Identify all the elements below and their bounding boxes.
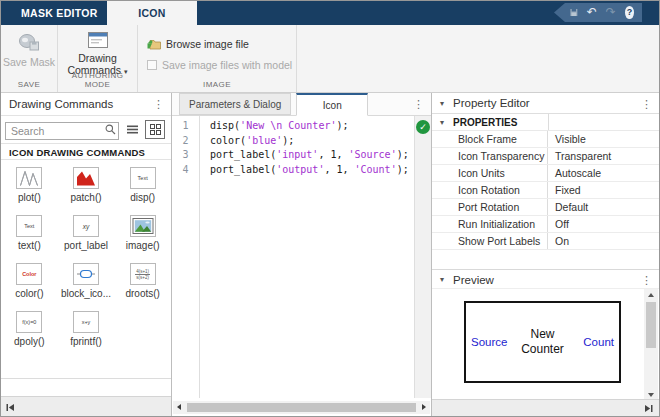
property-value[interactable]: Transparent <box>548 148 659 164</box>
scroll-skip-end-icon[interactable] <box>644 404 653 413</box>
preview-menu-icon[interactable]: ⋮ <box>641 270 652 290</box>
drawing-commands-hscrollbar[interactable] <box>1 396 171 416</box>
property-value[interactable]: Off <box>548 216 659 232</box>
fprintf-icon: x+y <box>73 311 99 333</box>
property-value[interactable]: Autoscale <box>548 165 659 181</box>
line-number: 1 <box>172 119 199 134</box>
property-value[interactable]: On <box>548 233 659 249</box>
drawing-commands-panel: Drawing Commands ⋮ <box>1 93 172 416</box>
hscroll-thumb[interactable] <box>187 403 416 412</box>
property-value[interactable]: Fixed <box>548 182 659 198</box>
editor-tab-bar: Parameters & Dialog Icon ⋮ <box>172 93 431 116</box>
preview-header: ▾ Preview ⋮ <box>432 269 659 289</box>
command-dpoly[interactable]: f(x)=0 dpoly() <box>1 311 58 359</box>
scroll-right-arrow-icon[interactable] <box>422 404 426 410</box>
property-name: Icon Rotation <box>432 182 548 198</box>
property-name: Icon Units <box>432 165 548 181</box>
code-area[interactable]: disp('New \n Counter'); color('blue'); p… <box>200 116 414 398</box>
ribbon-toolbar: Save Mask SAVE Drawing Commands ▾ AUTHOR… <box>1 25 659 93</box>
editor-menu-icon[interactable]: ⋮ <box>413 93 424 115</box>
property-editor-menu-icon[interactable]: ⋮ <box>641 93 652 116</box>
search-input[interactable] <box>5 122 119 140</box>
vscroll-thumb[interactable] <box>646 302 656 348</box>
help-icon[interactable]: ? <box>625 6 634 19</box>
property-value[interactable]: Visible <box>548 131 659 147</box>
command-droots[interactable]: 4(s+1)s(s+2) droots() <box>114 263 171 311</box>
command-label: image() <box>126 240 160 251</box>
scroll-left-arrow-icon[interactable] <box>177 404 181 410</box>
group-label-save: SAVE <box>1 80 57 89</box>
line-number: 3 <box>172 148 199 163</box>
property-name: Show Port Labels <box>432 233 548 249</box>
browse-image-file-button[interactable]: Browse image file <box>147 38 249 50</box>
drawing-commands-menu-icon[interactable]: ⋮ <box>153 93 164 116</box>
code-line: color('blue'); <box>210 134 414 149</box>
patch-icon <box>73 167 99 189</box>
properties-section-header[interactable]: ▾ PROPERTIES <box>432 114 659 131</box>
property-editor-panel: ▾ Property Editor ⋮ ▾ PROPERTIES Block F… <box>432 93 659 416</box>
command-label: plot() <box>18 192 41 203</box>
command-image[interactable]: image() <box>114 215 171 263</box>
save-image-files-checkbox-row[interactable]: Save image files with model <box>147 59 292 71</box>
collapse-arrow-icon[interactable]: ▾ <box>440 114 444 131</box>
command-color[interactable]: Color color() <box>1 263 58 311</box>
property-editor-header: ▾ Property Editor ⋮ <box>432 93 659 114</box>
group-label-image: IMAGE <box>138 80 296 89</box>
quick-access-toolbar: ↶ ↷ ? <box>554 3 642 22</box>
preview-output-port-label: Count <box>583 336 614 348</box>
command-plot[interactable]: plot() <box>1 167 58 215</box>
preview-vscrollbar[interactable] <box>644 289 658 401</box>
command-label: dpoly() <box>14 336 45 347</box>
command-disp[interactable]: Text disp() <box>114 167 171 215</box>
code-line: disp('New \n Counter'); <box>210 119 414 134</box>
command-fprintf[interactable]: x+y fprintf() <box>58 311 115 359</box>
preview-block: Source NewCounter Count <box>464 301 621 383</box>
tab-icon[interactable]: ICON <box>107 1 197 25</box>
line-number-gutter: 1 2 3 4 <box>172 116 200 398</box>
save-mask-button[interactable]: Save Mask <box>1 32 57 68</box>
preview-title: Preview <box>453 270 494 290</box>
command-label: fprintf() <box>70 336 102 347</box>
block-icon-icon <box>73 263 99 285</box>
command-text[interactable]: Text text() <box>1 215 58 263</box>
port-label-icon: xy <box>73 215 99 237</box>
save-image-files-checkbox[interactable] <box>147 60 157 70</box>
save-mask-label: Save Mask <box>3 56 55 68</box>
command-patch[interactable]: patch() <box>58 167 115 215</box>
command-label: droots() <box>125 288 159 299</box>
tab-mask-editor[interactable]: MASK EDITOR <box>1 1 118 25</box>
properties-section-title: PROPERTIES <box>453 114 517 131</box>
properties-table: Block FrameVisible Icon TransparencyTran… <box>432 131 659 250</box>
group-authoring-mode: Drawing Commands ▾ AUTHORING MODE <box>58 25 138 92</box>
tab-parameters-dialog[interactable]: Parameters & Dialog <box>179 93 291 115</box>
search-icon <box>105 124 116 135</box>
editor-hscrollbar[interactable] <box>173 401 430 414</box>
undo-icon[interactable]: ↶ <box>587 3 597 22</box>
code-line: port_label('input', 1, 'Source'); <box>210 148 414 163</box>
list-view-icon <box>127 125 138 134</box>
save-icon[interactable] <box>570 7 578 18</box>
property-value[interactable]: Default <box>548 199 659 215</box>
search-field-wrap <box>5 121 119 139</box>
scroll-down-arrow-icon[interactable] <box>648 393 654 397</box>
collapse-arrow-icon[interactable]: ▾ <box>440 93 444 114</box>
line-number: 2 <box>172 134 199 149</box>
icon-editor-panel: Parameters & Dialog Icon ⋮ 1 2 3 4 disp(… <box>172 93 432 416</box>
code-editor[interactable]: 1 2 3 4 disp('New \n Counter'); color('b… <box>172 116 431 398</box>
redo-icon[interactable]: ↷ <box>606 3 616 22</box>
command-block-icon[interactable]: block_ico... <box>58 263 115 311</box>
code-ok-icon: ✓ <box>416 120 430 134</box>
preview-hscrollbar[interactable] <box>432 399 659 416</box>
tab-icon-editor[interactable]: Icon <box>296 93 368 116</box>
list-view-button[interactable] <box>123 121 141 139</box>
image-icon <box>130 215 156 237</box>
scroll-up-arrow-icon[interactable] <box>648 293 654 297</box>
property-row: Run InitializationOff <box>432 216 659 233</box>
disp-text-icon: Text <box>130 167 156 189</box>
grid-view-button[interactable] <box>145 120 165 139</box>
command-port-label[interactable]: xy port_label <box>58 215 115 263</box>
collapse-arrow-icon[interactable]: ▾ <box>440 270 444 290</box>
group-save: Save Mask SAVE <box>1 25 58 92</box>
column-divider <box>548 114 549 130</box>
scroll-skip-start-icon[interactable] <box>6 403 15 412</box>
